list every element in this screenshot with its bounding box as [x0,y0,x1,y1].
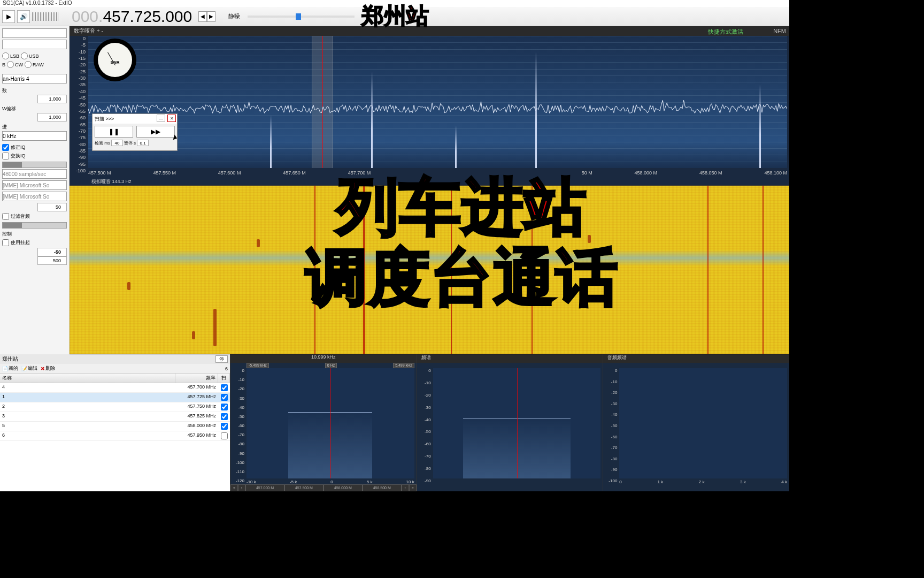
signal-peak [759,85,761,168]
app-window: SG1(CA) v1.0.0.1732 - ExtIO ▶ 🔊 000. 457… [0,0,789,491]
scan-window: 扫描 >>> — ✕ ❚❚ ▶▶ 检测 ms 暂停 s [92,113,178,151]
panel2-title: 频谱 [417,354,435,363]
demod-spectrum-panel[interactable]: 频谱 0-10-20-30-40-50-60-70-80-90 [417,354,603,491]
spectrum-plot[interactable]: SNR [88,36,787,168]
check-hang[interactable]: 使用挂起 [2,239,67,246]
table-row[interactable]: 3457.825 MHz [0,412,230,422]
pause-scan-button[interactable]: ❚❚ [95,126,133,138]
agc-thresh-input[interactable] [37,248,67,256]
table-row[interactable]: 1457.725 MHz [0,393,230,402]
signal-peak [270,115,272,168]
cursor-icon [172,134,177,140]
check-fixiq[interactable]: 修正IQ [2,144,67,151]
col-freq-header[interactable]: 频率 [175,374,218,383]
digital-squelch-label: 数字哑音 + - [74,27,103,35]
frequency-list-panel: 郑州站 停 📄新的 📝编辑 ✖删除 6 名称 频率 扫 4457.700 MHz… [0,354,230,491]
audio-spectrum-panel[interactable]: 音频频谱 0-10-20-30-40-50-60-70-80-90-100 01… [603,354,789,491]
detect-ms-input[interactable] [111,140,123,146]
source-combo[interactable] [2,28,67,38]
samplerate-combo[interactable] [2,169,67,179]
speaker-button[interactable]: 🔊 [17,10,30,23]
filter-markers: -5.499 kHz 0 Hz 5.499 kHz [247,363,414,368]
frequency-table: 名称 频率 扫 4457.700 MHz1457.725 MHz2457.750… [0,374,230,491]
label-offset: W偏移 [2,105,67,112]
audio-plot[interactable] [619,368,787,478]
agc-decay-input[interactable] [37,256,67,265]
freqlist-title: 郑州站 [2,355,18,363]
freq-up-button[interactable]: ▶ [207,11,215,22]
demod-plot[interactable] [433,368,601,478]
audio-in-combo[interactable] [2,180,67,190]
sb-scroll[interactable] [2,162,67,168]
freq-main: 457.725.000 [103,7,192,26]
signal-peak [455,126,457,168]
stop-button[interactable]: 停 [215,355,228,363]
forward-scan-button[interactable]: ▶▶ [136,126,175,138]
toolbar: ▶ 🔊 000. 457.725.000 ◀ ▶ 静噪 [0,7,789,26]
if-spectrum-panel[interactable]: 10.999 kHz -5.499 kHz 0 Hz 5.499 kHz 0-1… [230,354,417,491]
table-row[interactable]: 2457.750 MHz [0,402,230,412]
table-row[interactable]: 4457.700 MHz [0,383,230,393]
new-button[interactable]: 📄新的 [2,365,18,372]
signal-peak [371,72,373,168]
pause-s-input[interactable] [137,140,149,146]
squelch-label: 静噪 [228,12,240,20]
col-scan-header[interactable]: 扫 [218,374,230,383]
col-name-header[interactable]: 名称 [0,374,175,383]
spectrum-header: 数字哑音 + - 快捷方式激活 NFM [70,26,789,36]
mode-row1: LSB USB [2,52,67,59]
minimize-button[interactable]: — [157,115,165,122]
titlebar: SG1(CA) v1.0.0.1732 - ExtIO [0,0,789,7]
close-button[interactable]: ✕ [167,115,176,122]
volume-slider[interactable] [32,12,59,21]
nav-scrollbar[interactable]: «‹ 457.000 M 457.500 M 458.000 M 458.500… [230,484,417,491]
table-row[interactable]: 5458.000 MHz [0,422,230,431]
sb-scroll2[interactable] [2,222,67,229]
audio-out-combo[interactable] [2,192,67,201]
mode-raw[interactable]: RAW [25,61,44,68]
mode-cw[interactable]: CW [7,61,23,68]
play-button[interactable]: ▶ [2,10,15,23]
spectrum-db-scale: 0-5-10-15-20-25-30-35-40-45-50-55-60-65-… [71,36,87,168]
activation-label: 快捷方式激活 [708,28,743,36]
spectrum-trace [88,36,787,168]
freq-prefix: 000. [72,7,103,26]
spectrum-freq-scale: 457.500 M457.550 M457.600 M457.650 M457.… [88,170,787,178]
signal-peak [535,52,537,168]
mode-lsb[interactable]: LSB [2,52,19,59]
label-control: 控制 [2,231,67,238]
frequency-display[interactable]: 000. 457.725.000 [72,7,192,26]
audio-vol-input[interactable] [37,203,67,211]
freqlist-count: 6 [225,366,228,371]
freq-nudge: ◀ ▶ [198,11,215,22]
offset-input[interactable] [37,113,67,121]
right-blank-area [789,0,924,578]
fft-window-combo[interactable] [2,74,67,83]
panel3-title: 音频频谱 [603,354,631,363]
freq-down-button[interactable]: ◀ [198,11,207,22]
mode-b[interactable]: B [2,62,5,67]
mode-row2: B CW RAW [2,61,67,68]
label-step: 进 [2,124,67,131]
spectrum-pane[interactable]: 数字哑音 + - 快捷方式激活 NFM 0-5-10-15-20-25-30-3… [70,26,789,186]
label-numbers: 数 [2,87,67,94]
if-plot[interactable] [247,368,414,478]
waterfall-pane[interactable] [70,186,789,354]
delete-button[interactable]: ✖删除 [41,365,55,372]
squelch-slider[interactable] [248,16,355,18]
table-row[interactable]: 6457.950 MHz [0,431,230,441]
mode-indicator: NFM [773,28,786,34]
check-swapiq[interactable]: 交换IQ [2,153,67,159]
device-combo[interactable] [2,40,67,49]
analog-squelch-label: 模拟哑音 144.3 Hz [88,178,135,185]
edit-button[interactable]: 📝编辑 [21,365,37,372]
scan-title[interactable]: 扫描 >>> — ✕ [93,114,177,124]
bw-label: 10.999 kHz [307,354,340,363]
fft-size-input[interactable] [37,95,67,103]
bottom-panels: 郑州站 停 📄新的 📝编辑 ✖删除 6 名称 频率 扫 4457.700 MHz… [0,354,789,491]
check-filter-audio[interactable]: 过滤音频 [2,213,67,220]
snr-meter: SNR [94,39,136,81]
mode-usb[interactable]: USB [21,52,39,59]
step-combo[interactable] [2,131,67,141]
